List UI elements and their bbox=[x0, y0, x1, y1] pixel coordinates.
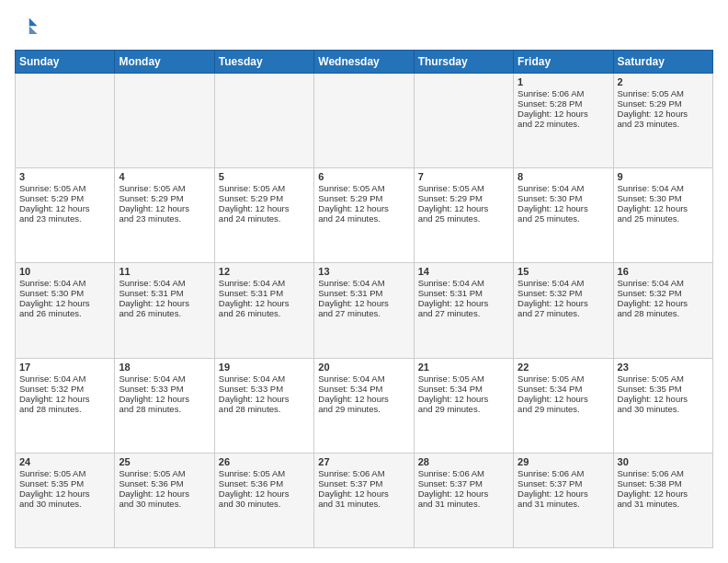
calendar-cell: 14Sunrise: 5:04 AMSunset: 5:31 PMDayligh… bbox=[414, 263, 513, 358]
day-number: 16 bbox=[618, 266, 709, 277]
logo bbox=[15, 15, 44, 40]
calendar-cell: 21Sunrise: 5:05 AMSunset: 5:34 PMDayligh… bbox=[414, 358, 513, 453]
calendar-cell: 22Sunrise: 5:05 AMSunset: 5:34 PMDayligh… bbox=[514, 358, 613, 453]
day-number: 23 bbox=[618, 362, 709, 373]
weekday-tuesday: Tuesday bbox=[214, 51, 313, 74]
day-number: 7 bbox=[418, 171, 509, 182]
day-number: 13 bbox=[318, 266, 409, 277]
calendar-cell: 3Sunrise: 5:05 AMSunset: 5:29 PMDaylight… bbox=[16, 168, 115, 263]
day-number: 29 bbox=[518, 456, 609, 467]
calendar-cell: 8Sunrise: 5:04 AMSunset: 5:30 PMDaylight… bbox=[514, 168, 613, 263]
calendar-row-3: 10Sunrise: 5:04 AMSunset: 5:30 PMDayligh… bbox=[16, 263, 713, 358]
calendar-cell: 9Sunrise: 5:04 AMSunset: 5:30 PMDaylight… bbox=[613, 168, 712, 263]
calendar-cell: 5Sunrise: 5:05 AMSunset: 5:29 PMDaylight… bbox=[214, 168, 313, 263]
calendar-cell bbox=[214, 74, 313, 168]
calendar-cell bbox=[414, 74, 513, 168]
calendar-cell: 19Sunrise: 5:04 AMSunset: 5:33 PMDayligh… bbox=[214, 358, 313, 453]
day-number: 4 bbox=[119, 171, 210, 182]
day-number: 20 bbox=[318, 362, 409, 373]
day-number: 24 bbox=[19, 456, 110, 467]
day-number: 3 bbox=[19, 171, 110, 182]
day-number: 11 bbox=[119, 266, 210, 277]
logo-icon bbox=[15, 15, 40, 40]
day-number: 21 bbox=[418, 362, 509, 373]
calendar-table: SundayMondayTuesdayWednesdayThursdayFrid… bbox=[15, 50, 713, 548]
weekday-friday: Friday bbox=[514, 51, 613, 74]
weekday-thursday: Thursday bbox=[414, 51, 513, 74]
weekday-sunday: Sunday bbox=[16, 51, 115, 74]
day-number: 8 bbox=[518, 171, 609, 182]
day-number: 2 bbox=[618, 76, 709, 87]
calendar-cell: 2Sunrise: 5:05 AMSunset: 5:29 PMDaylight… bbox=[613, 74, 712, 168]
day-number: 15 bbox=[518, 266, 609, 277]
day-number: 5 bbox=[219, 171, 310, 182]
day-number: 6 bbox=[318, 171, 409, 182]
calendar-row-4: 17Sunrise: 5:04 AMSunset: 5:32 PMDayligh… bbox=[16, 358, 713, 453]
day-number: 9 bbox=[618, 171, 709, 182]
calendar-cell: 7Sunrise: 5:05 AMSunset: 5:29 PMDaylight… bbox=[414, 168, 513, 263]
calendar-cell: 29Sunrise: 5:06 AMSunset: 5:37 PMDayligh… bbox=[514, 453, 613, 547]
calendar-cell: 15Sunrise: 5:04 AMSunset: 5:32 PMDayligh… bbox=[514, 263, 613, 358]
calendar-cell: 4Sunrise: 5:05 AMSunset: 5:29 PMDaylight… bbox=[115, 168, 214, 263]
weekday-saturday: Saturday bbox=[613, 51, 712, 74]
day-number: 22 bbox=[518, 362, 609, 373]
calendar-cell: 25Sunrise: 5:05 AMSunset: 5:36 PMDayligh… bbox=[115, 453, 214, 547]
calendar-cell: 24Sunrise: 5:05 AMSunset: 5:35 PMDayligh… bbox=[16, 453, 115, 547]
calendar-cell: 12Sunrise: 5:04 AMSunset: 5:31 PMDayligh… bbox=[214, 263, 313, 358]
calendar-cell: 1Sunrise: 5:06 AMSunset: 5:28 PMDaylight… bbox=[514, 74, 613, 168]
calendar-cell: 28Sunrise: 5:06 AMSunset: 5:37 PMDayligh… bbox=[414, 453, 513, 547]
day-number: 26 bbox=[219, 456, 310, 467]
calendar-row-5: 24Sunrise: 5:05 AMSunset: 5:35 PMDayligh… bbox=[16, 453, 713, 547]
calendar-cell bbox=[314, 74, 414, 168]
calendar-cell: 6Sunrise: 5:05 AMSunset: 5:29 PMDaylight… bbox=[314, 168, 414, 263]
header bbox=[15, 15, 713, 40]
calendar-cell: 20Sunrise: 5:04 AMSunset: 5:34 PMDayligh… bbox=[314, 358, 414, 453]
weekday-wednesday: Wednesday bbox=[314, 51, 414, 74]
calendar-row-1: 1Sunrise: 5:06 AMSunset: 5:28 PMDaylight… bbox=[16, 74, 713, 168]
svg-marker-1 bbox=[29, 26, 38, 34]
calendar-cell: 10Sunrise: 5:04 AMSunset: 5:30 PMDayligh… bbox=[16, 263, 115, 358]
calendar-cell: 27Sunrise: 5:06 AMSunset: 5:37 PMDayligh… bbox=[314, 453, 414, 547]
calendar-cell: 17Sunrise: 5:04 AMSunset: 5:32 PMDayligh… bbox=[16, 358, 115, 453]
day-number: 12 bbox=[219, 266, 310, 277]
day-number: 28 bbox=[418, 456, 509, 467]
calendar-cell bbox=[16, 74, 115, 168]
calendar-cell: 13Sunrise: 5:04 AMSunset: 5:31 PMDayligh… bbox=[314, 263, 414, 358]
day-number: 19 bbox=[219, 362, 310, 373]
calendar-cell: 18Sunrise: 5:04 AMSunset: 5:33 PMDayligh… bbox=[115, 358, 214, 453]
calendar-cell: 23Sunrise: 5:05 AMSunset: 5:35 PMDayligh… bbox=[613, 358, 712, 453]
calendar-cell: 11Sunrise: 5:04 AMSunset: 5:31 PMDayligh… bbox=[115, 263, 214, 358]
calendar-cell bbox=[115, 74, 214, 168]
day-number: 17 bbox=[19, 362, 110, 373]
calendar-row-2: 3Sunrise: 5:05 AMSunset: 5:29 PMDaylight… bbox=[16, 168, 713, 263]
calendar-cell: 30Sunrise: 5:06 AMSunset: 5:38 PMDayligh… bbox=[613, 453, 712, 547]
day-number: 10 bbox=[19, 266, 110, 277]
day-number: 14 bbox=[418, 266, 509, 277]
day-number: 18 bbox=[119, 362, 210, 373]
day-number: 1 bbox=[518, 76, 609, 87]
weekday-monday: Monday bbox=[115, 51, 214, 74]
calendar-cell: 26Sunrise: 5:05 AMSunset: 5:36 PMDayligh… bbox=[214, 453, 313, 547]
weekday-header-row: SundayMondayTuesdayWednesdayThursdayFrid… bbox=[16, 51, 713, 74]
day-number: 27 bbox=[318, 456, 409, 467]
day-number: 25 bbox=[119, 456, 210, 467]
page: SundayMondayTuesdayWednesdayThursdayFrid… bbox=[0, 0, 728, 563]
svg-marker-0 bbox=[29, 18, 38, 27]
day-number: 30 bbox=[618, 456, 709, 467]
calendar-cell: 16Sunrise: 5:04 AMSunset: 5:32 PMDayligh… bbox=[613, 263, 712, 358]
